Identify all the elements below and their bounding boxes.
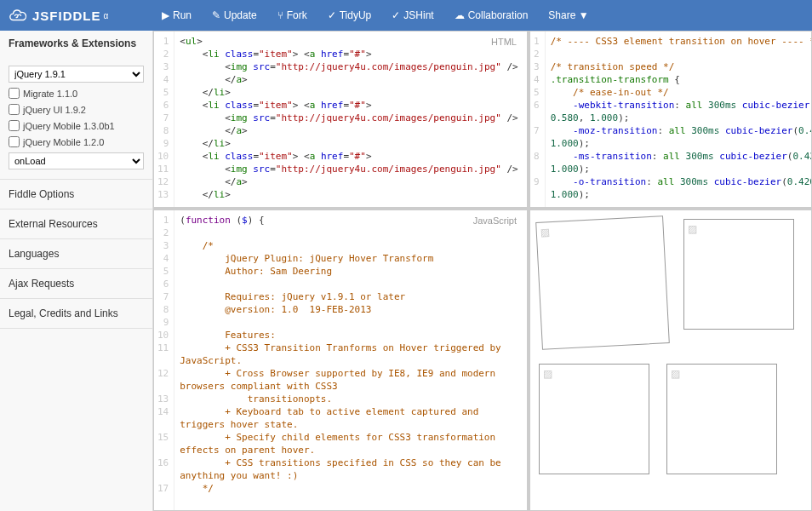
main-layout: Frameworks & Extensions jQuery 1.9.1 Mig… (0, 31, 812, 511)
sidebar-external-resources[interactable]: External Resources (0, 210, 152, 239)
image-icon: ▨ (540, 226, 552, 238)
css-panel[interactable]: 123456 7 8 9 /* ---- CSS3 element transi… (529, 31, 812, 208)
sidebar-fiddle-options[interactable]: Fiddle Options (0, 180, 152, 210)
sidebar-ajax-requests[interactable]: Ajax Requests (0, 269, 152, 299)
header-bar: JSFIDDLE α ▶ Run ✎ Update ⑂ Fork ✓ TidyU… (0, 0, 812, 31)
cloud-logo-icon (9, 6, 27, 25)
editor-panels: HTML 12345678910111213 <ul> <li class="i… (153, 31, 812, 511)
logo-section: JSFIDDLE α (9, 6, 153, 25)
check-jqmobile12[interactable]: jQuery Mobile 1.2.0 (9, 134, 144, 150)
run-button[interactable]: ▶ Run (153, 3, 200, 28)
logo-alpha: α (104, 11, 109, 20)
image-icon: ▨ (688, 223, 700, 235)
logo-text: JSFIDDLE (32, 9, 101, 23)
css-code[interactable]: /* ---- CSS3 element transition on hover… (546, 32, 811, 207)
preview-item-1[interactable]: ▨ (535, 215, 670, 350)
collab-button[interactable]: ☁ Collaboration (446, 3, 537, 28)
html-panel-label: HTML (488, 35, 520, 49)
share-button[interactable]: Share ▼ (540, 3, 597, 28)
update-button[interactable]: ✎ Update (203, 3, 266, 28)
html-gutter: 12345678910111213 (154, 32, 174, 207)
css-gutter: 123456 7 8 9 (530, 32, 546, 207)
js-gutter: 1234567891011 12 1314 15 16 17 (154, 210, 174, 510)
sidebar-languages[interactable]: Languages (0, 239, 152, 269)
sidebar-legal[interactable]: Legal, Credits and Links (0, 299, 152, 329)
js-panel[interactable]: JavaScript 1234567891011 12 1314 15 16 1… (153, 210, 528, 511)
fork-button[interactable]: ⑂ Fork (269, 3, 316, 28)
check-migrate[interactable]: Migrate 1.1.0 (9, 85, 144, 101)
toolbar: ▶ Run ✎ Update ⑂ Fork ✓ TidyUp ✓ JSHint … (153, 3, 598, 28)
preview-item-3[interactable]: ▨ (539, 364, 649, 474)
preview-item-2[interactable]: ▨ (683, 219, 794, 330)
result-panel[interactable]: ▨ ▨ ▨ ▨ (529, 210, 812, 511)
check-jqmobile13[interactable]: jQuery Mobile 1.3.0b1 (9, 118, 144, 134)
sidebar: Frameworks & Extensions jQuery 1.9.1 Mig… (0, 31, 153, 511)
preview-item-4[interactable]: ▨ (666, 364, 777, 474)
html-panel[interactable]: HTML 12345678910111213 <ul> <li class="i… (153, 31, 528, 208)
check-jqueryui[interactable]: jQuery UI 1.9.2 (9, 101, 144, 118)
js-panel-label: JavaScript (470, 214, 520, 227)
js-code[interactable]: (function ($) { /* jQuery Plugin: jQuery… (174, 210, 515, 510)
jshint-button[interactable]: ✓ JSHint (383, 3, 442, 28)
image-icon: ▨ (543, 368, 555, 380)
html-code[interactable]: <ul> <li class="item"> <a href="#"> <img… (174, 32, 527, 207)
load-select[interactable]: onLoad (9, 152, 144, 169)
framework-select[interactable]: jQuery 1.9.1 (9, 66, 144, 83)
tidyup-button[interactable]: ✓ TidyUp (319, 3, 380, 28)
result-preview: ▨ ▨ ▨ ▨ (530, 210, 811, 483)
image-icon: ▨ (671, 368, 683, 380)
frameworks-heading: Frameworks & Extensions (0, 31, 152, 56)
